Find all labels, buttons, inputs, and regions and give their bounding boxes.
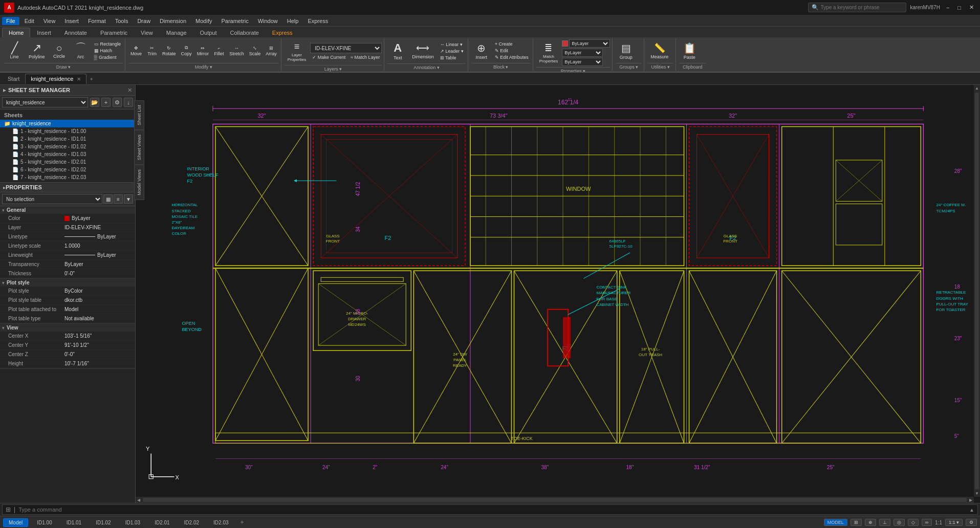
horizontal-scrollbar[interactable]: ◀ ▶ xyxy=(136,497,974,503)
side-tab-sheet-views[interactable]: Sheet Views xyxy=(134,130,144,165)
menu-draw[interactable]: Draw xyxy=(133,17,155,25)
sheet-item-id103[interactable]: 📄 4 - knight_residence - ID1.03 xyxy=(0,150,135,158)
menu-edit[interactable]: Edit xyxy=(20,17,38,25)
edit-attributes-btn[interactable]: ✎ Edit Attributes xyxy=(493,54,531,60)
ssm-open-btn[interactable]: 📂 xyxy=(90,98,99,107)
move-btn[interactable]: ✥ Move xyxy=(128,45,144,57)
search-input[interactable] xyxy=(821,5,903,10)
arc-btn[interactable]: ⌒ Arc xyxy=(71,40,91,61)
ssm-set-dropdown[interactable]: knight_residence xyxy=(2,97,88,107)
hatch-btn[interactable]: ▦ Hatch xyxy=(92,48,123,54)
sheet-item-id203[interactable]: 📄 7 - knight_residence - ID2.03 xyxy=(0,173,135,181)
close-btn[interactable]: ✕ xyxy=(967,4,976,11)
table-btn[interactable]: ⊞ Table xyxy=(438,55,466,61)
maximize-btn[interactable]: □ xyxy=(955,5,963,11)
group-btn[interactable]: ▤ Group xyxy=(616,40,636,62)
tab-id203[interactable]: ID2.03 xyxy=(208,518,234,527)
menu-view[interactable]: View xyxy=(39,17,60,25)
match-properties-btn[interactable]: ≣ MatchProperties xyxy=(536,40,561,65)
color-select[interactable]: ByLayer xyxy=(569,39,610,48)
polar-btn[interactable]: ◎ xyxy=(894,519,905,526)
cmd-expand-icon[interactable]: ▲ xyxy=(969,507,974,513)
command-input-area[interactable]: ⊞ | ▲ xyxy=(2,504,978,515)
doc-tab-add[interactable]: + xyxy=(86,74,96,83)
tab-id102[interactable]: ID1.02 xyxy=(90,518,116,527)
ribbon-tab-output[interactable]: Output xyxy=(193,28,224,37)
tab-id201[interactable]: ID2.01 xyxy=(149,518,175,527)
mirror-btn[interactable]: ⇔ Mirror xyxy=(195,45,211,57)
menu-format[interactable]: Format xyxy=(84,17,110,25)
prop-select-btn[interactable]: ▦ xyxy=(103,194,113,204)
side-tab-model-views[interactable]: Model Views xyxy=(134,165,144,200)
ssm-new-btn[interactable]: + xyxy=(101,98,111,107)
model-status-btn[interactable]: MODEL xyxy=(824,519,847,526)
menu-file[interactable]: File xyxy=(2,17,19,25)
array-btn[interactable]: ⊞ Array xyxy=(264,45,279,57)
tab-id101[interactable]: ID1.01 xyxy=(61,518,87,527)
menu-express[interactable]: Express xyxy=(303,17,332,25)
menu-parametric[interactable]: Parametric xyxy=(217,17,252,25)
doc-tab-drawing[interactable]: knight_residence ✕ xyxy=(25,74,86,84)
tab-add-btn[interactable]: + xyxy=(237,518,247,527)
ribbon-tab-annotate[interactable]: Annotate xyxy=(58,28,94,37)
measure-btn[interactable]: 📏 Measure xyxy=(647,40,671,61)
tab-id100[interactable]: ID1.00 xyxy=(31,518,57,527)
workspace-btn[interactable]: ⚙ xyxy=(966,519,977,526)
menu-insert[interactable]: Insert xyxy=(60,17,83,25)
sheet-item-id101[interactable]: 📄 2 - knight_residence - ID1.01 xyxy=(0,135,135,143)
prop-quickprop-btn[interactable]: ≡ xyxy=(114,194,123,204)
ssm-import-btn[interactable]: ↓ xyxy=(124,98,133,107)
menu-help[interactable]: Help xyxy=(283,17,303,25)
edit-btn[interactable]: ✎ Edit xyxy=(493,48,531,54)
tab-id202[interactable]: ID2.02 xyxy=(179,518,205,527)
menu-modify[interactable]: Modify xyxy=(191,17,216,25)
prop-section-plotstyle-header[interactable]: ▾ Plot style xyxy=(0,279,135,287)
layer-properties-btn[interactable]: ≡ LayerProperties xyxy=(285,39,309,64)
polyline-btn[interactable]: ↗ Polyline xyxy=(26,40,48,61)
prop-panel-header[interactable]: ▸ PROPERTIES xyxy=(0,183,135,192)
search-bar[interactable]: 🔍 xyxy=(808,3,906,12)
prop-selection-dropdown[interactable]: No selection xyxy=(2,194,102,204)
scroll-right[interactable]: ▶ xyxy=(968,497,974,503)
sheet-item-id100[interactable]: 📄 1 - knight_residence - ID1.00 xyxy=(0,127,135,135)
menu-tools[interactable]: Tools xyxy=(111,17,133,25)
side-tab-sheet-list[interactable]: Sheet List xyxy=(134,100,144,130)
tab-id103[interactable]: ID1.03 xyxy=(120,518,146,527)
ribbon-tab-insert[interactable]: Insert xyxy=(30,28,58,37)
ribbon-tab-collaborate[interactable]: Collaborate xyxy=(224,28,266,37)
scroll-left[interactable]: ◀ xyxy=(136,497,142,503)
ribbon-tab-manage[interactable]: Manage xyxy=(160,28,193,37)
line-btn[interactable]: ╱ Line xyxy=(4,40,25,61)
stretch-btn[interactable]: ↔ Stretch xyxy=(227,45,246,57)
scroll-thumb[interactable] xyxy=(975,93,979,489)
menu-window[interactable]: Window xyxy=(254,17,282,25)
sheet-item-id202[interactable]: 📄 6 - knight_residence - ID2.02 xyxy=(0,166,135,173)
drawing-area[interactable]: 162 1/4 1" 32" 73 3/4" 32" 25" xyxy=(136,85,980,503)
leader-btn[interactable]: ↗ Leader ▾ xyxy=(438,48,466,54)
layer-dropdown[interactable]: ID-ELEV-XFINE xyxy=(310,43,382,53)
snap-btn[interactable]: ⊕ xyxy=(865,519,876,526)
fillet-btn[interactable]: ⌐ Fillet xyxy=(212,45,226,57)
command-input[interactable] xyxy=(18,507,966,513)
make-current-btn[interactable]: ✓ Make Current xyxy=(310,54,347,60)
osnap-btn[interactable]: ◇ xyxy=(908,519,919,526)
sheet-item-root[interactable]: 📁 knight_residence xyxy=(0,120,135,127)
vertical-scrollbar[interactable]: ▲ ▼ xyxy=(974,85,980,497)
ssm-settings-btn[interactable]: ⚙ xyxy=(113,98,122,107)
create-btn[interactable]: + Create xyxy=(493,41,531,47)
match-layer-btn[interactable]: ≈ Match Layer xyxy=(349,54,382,60)
doc-tab-start[interactable]: Start xyxy=(2,74,25,84)
insert-btn[interactable]: ⊕ Insert xyxy=(471,40,492,62)
ortho-btn[interactable]: ⊥ xyxy=(879,519,890,526)
scroll-h-thumb[interactable] xyxy=(143,498,967,502)
ssm-collapse-icon[interactable]: ▸ xyxy=(3,86,6,94)
grid-btn[interactable]: ⊞ xyxy=(851,519,862,526)
prop-section-general-header[interactable]: ▾ General xyxy=(0,206,135,214)
linetype-select[interactable]: ByLayer xyxy=(562,49,603,57)
minimize-btn[interactable]: − xyxy=(944,5,951,11)
scroll-up[interactable]: ▲ xyxy=(974,85,980,92)
prop-filter-btn[interactable]: ▼ xyxy=(124,194,133,204)
trim-btn[interactable]: ✂ Trim xyxy=(145,45,159,57)
scale-btn[interactable]: ⤡ Scale xyxy=(247,45,263,57)
doc-tab-close[interactable]: ✕ xyxy=(77,76,81,82)
